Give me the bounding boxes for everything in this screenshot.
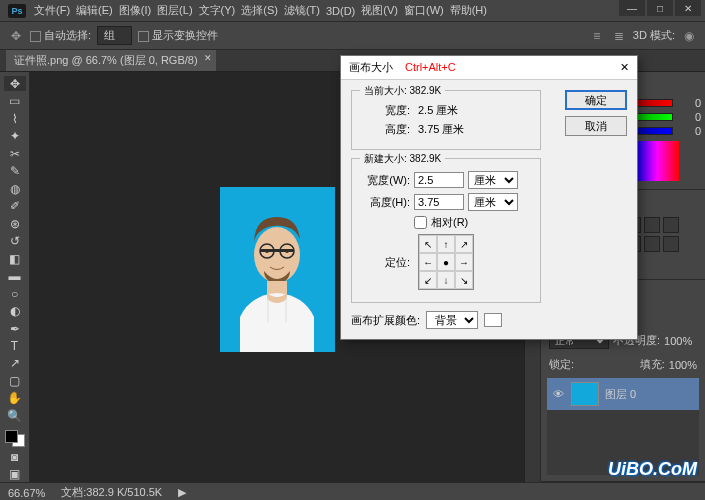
adj-balance[interactable]	[663, 217, 679, 233]
heal-tool[interactable]: ◍	[4, 181, 26, 196]
anchor-se[interactable]: ↘	[455, 271, 473, 289]
align-icon[interactable]: ≡	[589, 28, 605, 44]
anchor-e[interactable]: →	[455, 253, 473, 271]
layer-thumbnail[interactable]	[571, 382, 599, 406]
status-arrow-icon[interactable]: ▶	[178, 486, 186, 499]
menu-image[interactable]: 图像(I)	[119, 3, 151, 18]
new-size-group: 新建大小: 382.9K 宽度(W):厘米 高度(H):厘米 相对(R) 定位:…	[351, 158, 541, 303]
menu-help[interactable]: 帮助(H)	[450, 3, 487, 18]
menu-select[interactable]: 选择(S)	[241, 3, 278, 18]
history-tool[interactable]: ↺	[4, 233, 26, 248]
app-logo: Ps	[8, 4, 26, 18]
maximize-button[interactable]: □	[647, 0, 673, 16]
quickmask-tool[interactable]: ◙	[4, 449, 26, 464]
svg-point-6	[285, 249, 289, 253]
menu-view[interactable]: 视图(V)	[361, 3, 398, 18]
dialog-title: 画布大小	[349, 61, 393, 73]
adj-hue[interactable]	[644, 217, 660, 233]
crop-tool[interactable]: ✂	[4, 146, 26, 161]
lasso-tool[interactable]: ⌇	[4, 111, 26, 126]
gradient-tool[interactable]: ▬	[4, 268, 26, 283]
anchor-s[interactable]: ↓	[437, 271, 455, 289]
ext-color-swatch[interactable]	[484, 313, 502, 327]
cur-height-value: 3.75 厘米	[418, 122, 464, 137]
anchor-sw[interactable]: ↙	[419, 271, 437, 289]
anchor-nw[interactable]: ↖	[419, 235, 437, 253]
menu-3d[interactable]: 3D(D)	[326, 5, 355, 17]
dialog-close-icon[interactable]: ✕	[620, 61, 629, 74]
anchor-n[interactable]: ↑	[437, 235, 455, 253]
anchor-w[interactable]: ←	[419, 253, 437, 271]
screenmode-tool[interactable]: ▣	[4, 466, 26, 481]
minimize-button[interactable]: —	[619, 0, 645, 16]
mode3d-label: 3D 模式:	[633, 28, 675, 43]
current-legend: 当前大小: 382.9K	[360, 84, 445, 98]
b-value[interactable]: 0	[677, 125, 701, 137]
status-bar: 66.67% 文档:382.9 K/510.5K ▶	[0, 482, 705, 500]
zoom-tool[interactable]: 🔍	[4, 408, 26, 423]
autoselect-checkbox[interactable]	[30, 31, 41, 42]
ext-color-select[interactable]: 背景	[426, 311, 478, 329]
dodge-tool[interactable]: ◐	[4, 303, 26, 318]
ok-button[interactable]: 确定	[565, 90, 627, 110]
height-unit-select[interactable]: 厘米	[468, 193, 518, 211]
3d-icon[interactable]: ◉	[681, 28, 697, 44]
anchor-label: 定位:	[360, 255, 410, 270]
menu-layer[interactable]: 图层(L)	[157, 3, 192, 18]
menu-bar: Ps 文件(F) 编辑(E) 图像(I) 图层(L) 文字(Y) 选择(S) 滤…	[0, 0, 705, 22]
r-value[interactable]: 0	[677, 97, 701, 109]
new-height-input[interactable]	[414, 194, 464, 210]
dialog-shortcut: Ctrl+Alt+C	[405, 61, 456, 73]
new-height-label: 高度(H):	[360, 195, 410, 210]
close-button[interactable]: ✕	[675, 0, 701, 16]
wand-tool[interactable]: ✦	[4, 128, 26, 143]
menu-type[interactable]: 文字(Y)	[199, 3, 236, 18]
adj-threshold[interactable]	[663, 236, 679, 252]
foreground-color[interactable]	[5, 430, 18, 443]
hand-tool[interactable]: ✋	[4, 391, 26, 406]
tab-close-icon[interactable]: ✕	[204, 53, 212, 63]
new-width-input[interactable]	[414, 172, 464, 188]
cancel-button[interactable]: 取消	[565, 116, 627, 136]
layer-name[interactable]: 图层 0	[605, 387, 636, 402]
anchor-c[interactable]: ●	[437, 253, 455, 271]
dialog-titlebar[interactable]: 画布大小Ctrl+Alt+C ✕	[341, 56, 637, 80]
g-value[interactable]: 0	[677, 111, 701, 123]
width-unit-select[interactable]: 厘米	[468, 171, 518, 189]
layer-row[interactable]: 👁 图层 0	[547, 378, 699, 410]
blur-tool[interactable]: ○	[4, 286, 26, 301]
anchor-ne[interactable]: ↗	[455, 235, 473, 253]
menu-window[interactable]: 窗口(W)	[404, 3, 444, 18]
watermark: UiBO.CoM	[608, 459, 697, 480]
color-swatch[interactable]	[5, 430, 25, 447]
eraser-tool[interactable]: ◧	[4, 251, 26, 266]
align-icon2[interactable]: ≣	[611, 28, 627, 44]
new-legend: 新建大小: 382.9K	[360, 152, 445, 166]
visibility-icon[interactable]: 👁	[551, 387, 565, 401]
marquee-tool[interactable]: ▭	[4, 93, 26, 108]
stamp-tool[interactable]: ⊛	[4, 216, 26, 231]
opacity-value[interactable]: 100%	[664, 335, 692, 347]
shape-tool[interactable]: ▢	[4, 373, 26, 388]
autoselect-label: 自动选择:	[44, 29, 91, 41]
showtransform-checkbox[interactable]	[138, 31, 149, 42]
menu-filter[interactable]: 滤镜(T)	[284, 3, 320, 18]
move-tool[interactable]: ✥	[4, 76, 26, 91]
pen-tool[interactable]: ✒	[4, 321, 26, 336]
menu-edit[interactable]: 编辑(E)	[76, 3, 113, 18]
brush-tool[interactable]: ✐	[4, 198, 26, 213]
document-tab[interactable]: 证件照.png @ 66.7% (图层 0, RGB/8) ✕	[6, 50, 216, 71]
zoom-level[interactable]: 66.67%	[8, 487, 45, 499]
new-width-label: 宽度(W):	[360, 173, 410, 188]
adj-poster[interactable]	[644, 236, 660, 252]
type-tool[interactable]: T	[4, 338, 26, 353]
menu-file[interactable]: 文件(F)	[34, 3, 70, 18]
eyedropper-tool[interactable]: ✎	[4, 163, 26, 178]
doc-size: 文档:382.9 K/510.5K	[61, 485, 162, 500]
move-tool-icon: ✥	[8, 28, 24, 44]
path-tool[interactable]: ↗	[4, 356, 26, 371]
document-image	[220, 187, 335, 352]
autoselect-dropdown[interactable]: 组	[97, 26, 132, 45]
relative-checkbox[interactable]	[414, 216, 427, 229]
fill-value[interactable]: 100%	[669, 359, 697, 371]
